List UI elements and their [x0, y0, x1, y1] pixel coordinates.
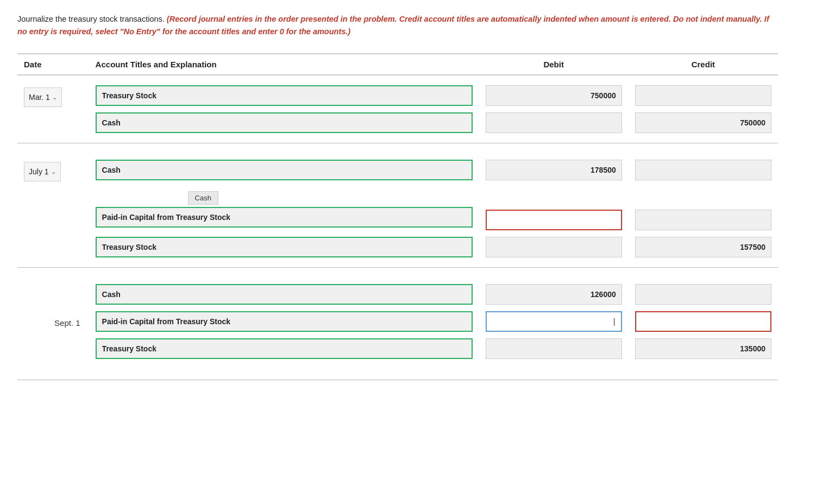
account-input-mar1-1[interactable]	[96, 85, 473, 106]
table-row	[17, 308, 778, 335]
account-input-mar1-2[interactable]	[96, 112, 473, 133]
debit-input-sept1-3[interactable]	[486, 338, 622, 359]
credit-field-mar1-2[interactable]	[629, 109, 778, 136]
debit-input-mar1-2[interactable]	[486, 112, 622, 133]
credit-field-sept1-1[interactable]	[629, 281, 778, 308]
account-input-july1-2[interactable]	[96, 207, 473, 228]
spacer	[17, 150, 778, 156]
credit-input-sept1-3[interactable]	[635, 338, 771, 359]
header-date: Date	[17, 54, 89, 75]
date-july1: July 1 ⌄	[17, 156, 89, 261]
table-row: Cash	[17, 184, 778, 234]
date-mar1: Mar. 1 ⌄	[17, 82, 89, 136]
account-input-sept1-2[interactable]	[96, 311, 473, 332]
account-input-sept1-1[interactable]	[96, 284, 473, 305]
instructions-normal: Journalize the treasury stock transactio…	[17, 15, 165, 23]
credit-input-july1-2[interactable]	[635, 210, 771, 230]
debit-field-july1-3[interactable]	[479, 234, 629, 261]
debit-field-july1-1[interactable]	[479, 156, 629, 184]
credit-input-sept1-1[interactable]	[635, 284, 771, 305]
credit-input-mar1-1[interactable]	[635, 85, 771, 106]
date-select-july1-label: July 1	[29, 167, 49, 176]
header-credit: Credit	[629, 54, 778, 75]
date-select-mar1[interactable]: Mar. 1 ⌄	[24, 87, 62, 107]
debit-field-july1-2[interactable]	[479, 184, 629, 234]
account-field-sept1-3[interactable]	[89, 335, 479, 362]
table-row: Mar. 1 ⌄	[17, 82, 778, 109]
bottom-divider	[17, 380, 778, 380]
table-row: July 1 ⌄	[17, 156, 778, 184]
section-divider	[17, 268, 778, 275]
credit-field-july1-3[interactable]	[629, 234, 778, 261]
account-input-sept1-3[interactable]	[96, 338, 473, 359]
debit-input-july1-1[interactable]	[486, 160, 622, 180]
debit-input-july1-2[interactable]	[486, 210, 622, 230]
date-select-mar1-label: Mar. 1	[29, 93, 50, 102]
instructions: Journalize the treasury stock transactio…	[17, 13, 778, 38]
account-input-july1-3[interactable]	[96, 237, 473, 257]
debit-field-sept1-1[interactable]	[479, 281, 629, 308]
account-field-sept1-2[interactable]	[89, 308, 479, 335]
credit-field-july1-1[interactable]	[629, 156, 778, 184]
debit-input-sept1-1[interactable]	[486, 284, 622, 305]
spacer	[17, 274, 778, 281]
date-sept1: Sept. 1	[17, 281, 89, 362]
debit-field-mar1-2[interactable]	[479, 109, 629, 136]
account-field-july1-2[interactable]: Cash	[89, 184, 479, 234]
header-debit: Debit	[479, 54, 629, 75]
chevron-down-icon: ⌄	[52, 94, 57, 101]
journal-table: Date Account Titles and Explanation Debi…	[17, 53, 778, 369]
chevron-down-icon: ⌄	[51, 168, 56, 175]
credit-field-sept1-2[interactable]	[629, 308, 778, 335]
debit-input-july1-3[interactable]	[486, 237, 622, 257]
spacer	[17, 75, 778, 82]
section-divider	[17, 143, 778, 150]
credit-input-sept1-2[interactable]	[635, 311, 771, 332]
debit-field-sept1-3[interactable]	[479, 335, 629, 362]
credit-field-july1-2[interactable]	[629, 184, 778, 234]
spacer	[17, 136, 778, 143]
debit-input-sept1-2[interactable]	[486, 311, 622, 332]
credit-field-sept1-3[interactable]	[629, 335, 778, 362]
credit-input-july1-1[interactable]	[635, 160, 771, 180]
date-sept1-label: Sept. 1	[54, 318, 83, 327]
credit-input-mar1-2[interactable]	[635, 112, 771, 133]
account-field-mar1-1[interactable]	[89, 82, 479, 109]
debit-input-mar1-1[interactable]	[486, 85, 622, 106]
table-row: Sept. 1	[17, 281, 778, 308]
table-row	[17, 234, 778, 261]
header-account: Account Titles and Explanation	[89, 54, 479, 75]
credit-input-july1-3[interactable]	[635, 237, 771, 257]
debit-field-mar1-1[interactable]	[479, 82, 629, 109]
spacer	[17, 362, 778, 369]
table-header-row: Date Account Titles and Explanation Debi…	[17, 54, 778, 75]
account-field-sept1-1[interactable]	[89, 281, 479, 308]
credit-field-mar1-1[interactable]	[629, 82, 778, 109]
tooltip-cash: Cash	[188, 191, 218, 205]
account-field-july1-1[interactable]	[89, 156, 479, 184]
account-field-july1-3[interactable]	[89, 234, 479, 261]
account-field-mar1-2[interactable]	[89, 109, 479, 136]
spacer	[17, 261, 778, 268]
account-input-july1-1[interactable]	[96, 160, 473, 180]
debit-field-sept1-2[interactable]	[479, 308, 629, 335]
table-row	[17, 335, 778, 362]
table-row	[17, 109, 778, 136]
date-select-july1[interactable]: July 1 ⌄	[24, 162, 61, 181]
